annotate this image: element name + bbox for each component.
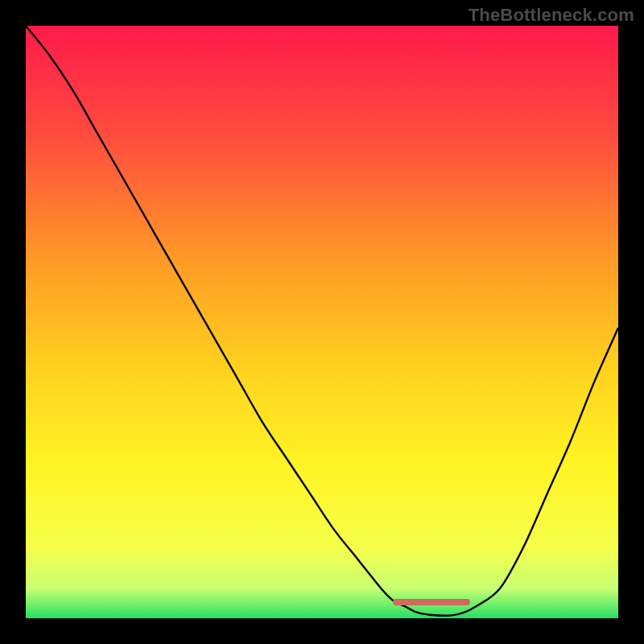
- chart-frame: TheBottleneck.com: [0, 0, 644, 644]
- plateau-marker: [393, 599, 470, 605]
- watermark-text: TheBottleneck.com: [469, 5, 634, 26]
- plot-area: [26, 26, 618, 618]
- bottleneck-curve: [26, 26, 618, 618]
